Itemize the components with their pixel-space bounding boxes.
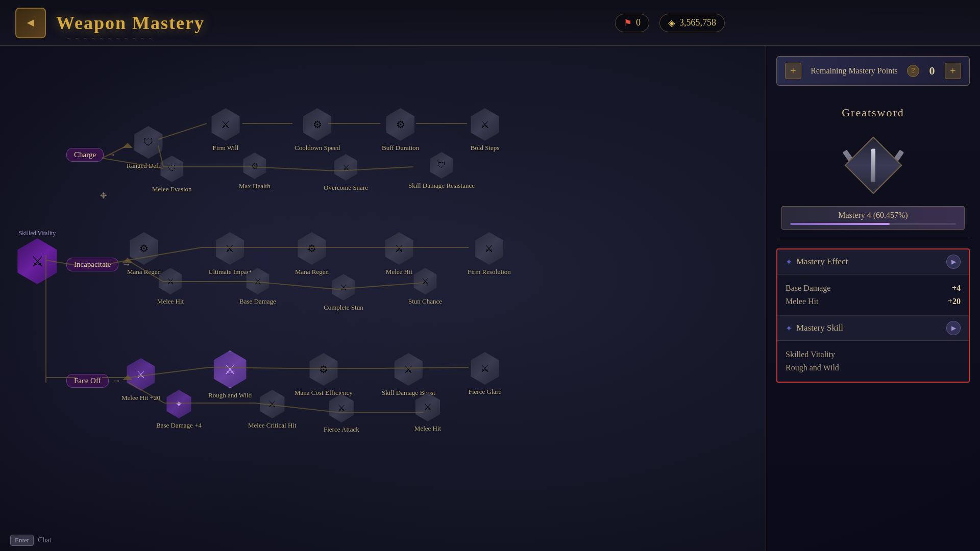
stun-chance-node[interactable]: ⚔ Stun Chance: [408, 267, 442, 306]
page-title: Weapon Mastery: [56, 12, 205, 34]
skilled-vitality-hex[interactable]: ⚔: [14, 238, 60, 284]
bold-steps-hex[interactable]: ⚔: [468, 107, 502, 142]
ranged-defense-icon: 🛡: [132, 126, 165, 159]
melee-crit-hit-icon: ⚔: [258, 390, 286, 418]
firm-will-hex[interactable]: ⚔: [208, 107, 243, 142]
buff-duration-node[interactable]: ⚙ Buff Duration: [382, 107, 419, 152]
mana-cost-eff-node[interactable]: ⚙ Mana Cost Efficiency: [295, 352, 353, 397]
buff-duration-hex[interactable]: ⚙: [383, 107, 418, 142]
rough-wild-hex[interactable]: ⚔: [210, 349, 250, 389]
mastery-effect-play-button[interactable]: ▶: [946, 255, 961, 269]
firm-will-node[interactable]: ⚔ Firm Will: [208, 107, 243, 152]
rough-wild-icon: ⚔: [211, 350, 249, 388]
skill-dmg-res-node[interactable]: 🛡 Skill Damage Resistance: [408, 151, 475, 190]
melee-hit-20-hex[interactable]: ⚔: [124, 357, 158, 392]
fierce-attack-hex[interactable]: ⚔: [326, 393, 357, 423]
gold-currency-value: 3,565,758: [679, 17, 716, 28]
mastery-level-text: Mastery 4 (60.457%): [790, 211, 956, 220]
firm-resolution-node[interactable]: ⚔ Firm Resolution: [468, 231, 511, 276]
stun-chance-hex[interactable]: ⚔: [411, 267, 439, 295]
mana-regen-r2b-icon: ⚙: [296, 232, 328, 265]
base-damage-r2-sub-icon: ⚔: [244, 268, 271, 294]
mastery-points-label: Remaining Mastery Points: [806, 66, 902, 76]
fierce-attack-node[interactable]: ⚔ Fierce Attack: [324, 393, 359, 434]
base-damage-r2-sub-label: Base Damage: [239, 297, 276, 306]
skilled-vitality-label-top: Skilled Vitality: [19, 230, 56, 237]
firm-will-label: Firm Will: [213, 144, 239, 152]
enter-key-badge: Enter: [10, 535, 34, 546]
skill-dmg-boost-node[interactable]: ⚔ Skill Damage Boost: [382, 352, 435, 397]
skill-dmg-res-hex[interactable]: 🛡: [427, 151, 456, 180]
stat-value-melee-hit: +20: [948, 297, 961, 306]
melee-hit-r3-sub-node[interactable]: ⚔ Melee Hit: [412, 392, 443, 433]
complete-stun-hex[interactable]: ⚔: [329, 273, 358, 302]
base-damage-4-node[interactable]: ✦ Base Damage +4: [156, 389, 202, 430]
currency-bar: ⚑ 0 ◈ 3,565,758: [615, 14, 725, 32]
mana-regen-r2-icon: ⚙: [128, 232, 160, 265]
base-damage-r2-sub-node[interactable]: ⚔ Base Damage: [239, 267, 276, 306]
mana-cost-eff-icon: ⚙: [307, 353, 340, 386]
overcome-snare-hex[interactable]: ⚔: [332, 153, 360, 182]
melee-hit-r2m-hex[interactable]: ⚔: [382, 231, 416, 266]
fierce-glare-icon: ⚔: [469, 352, 501, 385]
charge-arrow: →: [107, 149, 116, 160]
mastery-skill-play-button[interactable]: ▶: [946, 321, 961, 335]
max-health-hex[interactable]: ⚙: [240, 152, 269, 180]
sword-main-icon: [871, 149, 875, 182]
weapon-diamond: [844, 136, 902, 194]
add-mastery-button[interactable]: +: [945, 63, 961, 79]
cooldown-speed-node[interactable]: ⚙ Cooldown Speed: [295, 107, 340, 152]
mana-regen-r2b-node[interactable]: ⚙ Mana Regen: [295, 231, 329, 276]
stat-name-base-damage: Base Damage: [786, 284, 830, 293]
main-skill-node[interactable]: Skilled Vitality ⚔: [14, 230, 60, 284]
ultimate-impact-hex[interactable]: ⚔: [212, 231, 247, 266]
chat-hint: Chat: [38, 536, 51, 544]
melee-crit-hit-hex[interactable]: ⚔: [257, 389, 287, 419]
complete-stun-node[interactable]: ⚔ Complete Stun: [324, 273, 363, 312]
base-damage-r2-sub-hex[interactable]: ⚔: [243, 267, 272, 295]
fierce-glare-node[interactable]: ⚔ Fierce Glare: [468, 351, 502, 396]
bold-steps-node[interactable]: ⚔ Bold Steps: [468, 107, 502, 152]
mastery-skill-label: Mastery Skill: [796, 323, 942, 333]
melee-hit-r2-sub-icon: ⚔: [157, 268, 184, 294]
currency-item-flag: ⚑ 0: [615, 14, 649, 32]
melee-hit-r3-sub-label: Melee Hit: [414, 424, 441, 433]
base-damage-4-label: Base Damage +4: [156, 421, 202, 430]
mastery-progress-bar: [790, 223, 956, 225]
rough-wild-label: Rough and Wild: [208, 391, 252, 399]
complete-stun-icon: ⚔: [330, 274, 357, 300]
overcome-snare-icon: ⚔: [333, 154, 359, 181]
mana-regen-r2-hex[interactable]: ⚙: [127, 231, 161, 266]
melee-evasion-hex[interactable]: 🛡: [158, 155, 186, 183]
cooldown-speed-icon: ⚙: [301, 108, 334, 141]
base-damage-4-hex[interactable]: ✦: [163, 389, 194, 419]
melee-crit-hit-node[interactable]: ⚔ Melee Critical Hit: [248, 389, 297, 430]
overcome-snare-node[interactable]: ⚔ Overcome Snare: [324, 153, 368, 192]
melee-hit-20-node[interactable]: ⚔ Melee Hit +20: [121, 357, 160, 402]
fierce-glare-hex[interactable]: ⚔: [468, 351, 502, 386]
firm-resolution-hex[interactable]: ⚔: [472, 231, 506, 266]
rough-wild-node[interactable]: ⚔ Rough and Wild: [208, 349, 252, 399]
melee-evasion-node[interactable]: 🛡 Melee Evasion: [152, 155, 192, 193]
skill-dmg-res-icon: 🛡: [428, 152, 455, 179]
melee-hit-r2-sub-node[interactable]: ⚔ Melee Hit: [156, 267, 185, 306]
stat-row-melee-hit: Melee Hit +20: [786, 295, 961, 308]
skill-2-name: Rough and Wild: [786, 361, 961, 374]
mana-cost-eff-hex[interactable]: ⚙: [306, 352, 341, 387]
skill-dmg-boost-hex[interactable]: ⚔: [391, 352, 426, 387]
firm-resolution-icon: ⚔: [473, 232, 505, 265]
stun-chance-label: Stun Chance: [408, 297, 442, 306]
back-button[interactable]: ◄: [15, 8, 46, 38]
minus-mastery-button[interactable]: +: [785, 63, 801, 79]
max-health-node[interactable]: ⚙ Max Health: [239, 152, 271, 190]
melee-hit-r2-sub-label: Melee Hit: [157, 297, 184, 306]
help-button[interactable]: ?: [907, 65, 919, 77]
firm-will-icon: ⚔: [209, 108, 242, 141]
skill-dmg-res-label: Skill Damage Resistance: [408, 182, 475, 190]
bold-steps-label: Bold Steps: [471, 144, 500, 152]
melee-hit-r2-sub-hex[interactable]: ⚔: [156, 267, 185, 295]
cooldown-speed-hex[interactable]: ⚙: [300, 107, 335, 142]
melee-hit-r3-sub-hex[interactable]: ⚔: [412, 392, 443, 422]
mana-regen-r2b-hex[interactable]: ⚙: [295, 231, 329, 266]
fierce-glare-label: Fierce Glare: [469, 388, 502, 396]
